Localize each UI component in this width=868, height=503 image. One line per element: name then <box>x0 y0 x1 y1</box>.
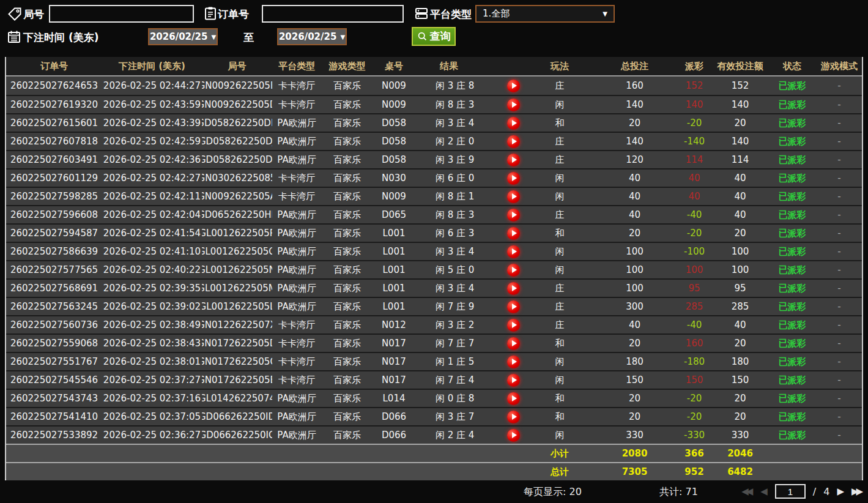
order-id-cell: 260225027541410 <box>6 408 102 425</box>
bet-time-cell: 2026-02-25 02:42:27 <box>102 170 202 187</box>
first-page-icon[interactable]: ◀◀ <box>741 484 753 499</box>
replay-icon[interactable] <box>507 227 520 240</box>
order-id-cell: 260225027619320 <box>6 96 102 113</box>
table-row: 260225027559068 2026-02-25 02:38:43 GN01… <box>6 333 862 352</box>
valid-bet-cell: 20 <box>713 114 768 132</box>
status-badge: 已派彩 <box>768 243 817 260</box>
replay-icon[interactable] <box>507 245 520 258</box>
play-type-cell: 庄 <box>526 133 593 150</box>
column-header-11: 状态 <box>768 57 817 75</box>
platform-type-select[interactable]: 1.全部 ▼ <box>475 5 615 23</box>
bet-time-cell: 2026-02-25 02:42:59 <box>102 133 202 150</box>
result-cell: 闲 2 庄 0 <box>415 133 526 150</box>
game-type-cell: 百家乐 <box>321 225 373 242</box>
result-cell: 闲 3 庄 9 <box>415 151 526 168</box>
payout-cell: -40 <box>676 316 713 333</box>
table-no-cell: D058 <box>373 151 415 168</box>
replay-icon[interactable] <box>507 337 520 350</box>
prev-page-icon[interactable]: ◀ <box>760 484 768 499</box>
game-id-cell: GL0012622505N <box>202 261 272 278</box>
replay-icon[interactable] <box>507 429 520 442</box>
status-badge: 已派彩 <box>768 371 817 389</box>
order-id-cell: 260225027603491 <box>6 151 102 168</box>
game-type-cell: 百家乐 <box>321 114 373 132</box>
table-row: 260225027543743 2026-02-25 02:37:16 GL01… <box>6 389 862 407</box>
result-cell: 闲 3 庄 4 <box>415 243 526 260</box>
status-badge: 已派彩 <box>768 316 817 333</box>
date-to-value: 2026/02/25 <box>279 31 336 42</box>
replay-icon[interactable] <box>507 282 520 295</box>
replay-icon[interactable] <box>507 154 520 166</box>
result-cell: 闲 7 庄 9 <box>415 298 526 315</box>
game-id-cell: GL0012622505O <box>202 243 272 260</box>
game-id-cell: GD058262250DK <box>202 114 272 132</box>
replay-icon[interactable] <box>507 209 520 222</box>
platform-cell: PA欧洲厅 <box>272 280 321 297</box>
bet-time-label: 下注时间 (美东) <box>23 28 98 47</box>
replay-icon[interactable] <box>507 411 520 423</box>
valid-bet-cell: 40 <box>713 206 768 223</box>
bet-time-cell: 2026-02-25 02:38:01 <box>102 353 202 370</box>
subtotal-valid-bet: 2046 <box>713 445 768 462</box>
result-text: 闲 3 庄 4 <box>436 283 474 294</box>
game-type-cell: 百家乐 <box>321 243 373 260</box>
replay-icon[interactable] <box>507 300 520 313</box>
table-no-cell: N012 <box>373 316 415 333</box>
replay-icon[interactable] <box>507 172 520 185</box>
game-id-cell: GN0172622505D <box>202 335 272 352</box>
replay-icon[interactable] <box>507 374 520 387</box>
order-id-cell: 260225027594587 <box>6 225 102 242</box>
play-type-cell: 闲 <box>526 243 593 260</box>
query-button-label: 查询 <box>430 29 451 43</box>
replay-icon[interactable] <box>507 264 520 277</box>
game-id-input[interactable] <box>49 5 194 23</box>
result-text: 闲 7 庄 9 <box>436 301 474 313</box>
table-row: 260225027568691 2026-02-25 02:39:35 GL00… <box>6 278 862 297</box>
game-id-cell: GN0122622507X <box>202 316 272 333</box>
game-mode-cell: - <box>817 76 862 95</box>
table-row: 260225027596608 2026-02-25 02:42:04 GD06… <box>6 205 862 223</box>
replay-icon[interactable] <box>507 392 520 405</box>
order-id-input[interactable] <box>262 5 404 23</box>
date-from-select[interactable]: 2026/02/25 ▼ <box>148 28 218 45</box>
grand-total-payout: 952 <box>676 463 713 480</box>
payout-cell: -140 <box>676 133 713 150</box>
date-to-select[interactable]: 2026/02/25 ▼ <box>277 28 347 45</box>
table-no-cell: N009 <box>373 188 415 205</box>
status-badge: 已派彩 <box>768 225 817 242</box>
table-no-cell: N009 <box>373 96 415 113</box>
result-cell: 闲 0 庄 8 <box>415 390 526 407</box>
game-mode-cell: - <box>817 298 862 315</box>
replay-icon[interactable] <box>507 190 520 203</box>
total-bet-cell: 20 <box>593 408 676 425</box>
table-no-cell: L001 <box>373 261 415 278</box>
replay-icon[interactable] <box>507 319 520 332</box>
replay-icon[interactable] <box>507 356 520 368</box>
result-text: 闲 3 庄 4 <box>436 117 474 129</box>
replay-icon[interactable] <box>507 80 520 92</box>
total-bet-cell: 20 <box>593 114 676 132</box>
bet-time-cell: 2026-02-25 02:42:04 <box>102 206 202 223</box>
column-header-2: 局号 <box>202 57 272 75</box>
result-cell: 闲 7 庄 4 <box>415 371 526 389</box>
page-number-input[interactable] <box>775 484 806 499</box>
last-page-icon[interactable]: ▶▶ <box>851 484 863 499</box>
total-bet-cell: 150 <box>593 371 676 389</box>
replay-icon[interactable] <box>507 135 520 148</box>
column-header-3: 平台类型 <box>272 57 321 75</box>
table-row: 260225027601129 2026-02-25 02:42:27 GN03… <box>6 168 862 187</box>
next-page-icon[interactable]: ▶ <box>837 484 844 499</box>
status-badge: 已派彩 <box>768 170 817 187</box>
total-bet-cell: 40 <box>593 316 676 333</box>
valid-bet-cell: 20 <box>713 225 768 242</box>
order-id-cell: 260225027601129 <box>6 170 102 187</box>
replay-icon[interactable] <box>507 117 520 130</box>
game-type-cell: 百家乐 <box>321 390 373 407</box>
replay-icon[interactable] <box>507 99 520 111</box>
table-row: 260225027624653 2026-02-25 02:44:27 GN00… <box>6 76 862 95</box>
query-button[interactable]: 查询 <box>412 27 456 46</box>
table-no-cell: N017 <box>373 353 415 370</box>
payout-cell: 95 <box>676 280 713 297</box>
date-from-value: 2026/02/25 <box>150 31 207 42</box>
platform-cell: 卡卡湾厅 <box>272 188 321 205</box>
